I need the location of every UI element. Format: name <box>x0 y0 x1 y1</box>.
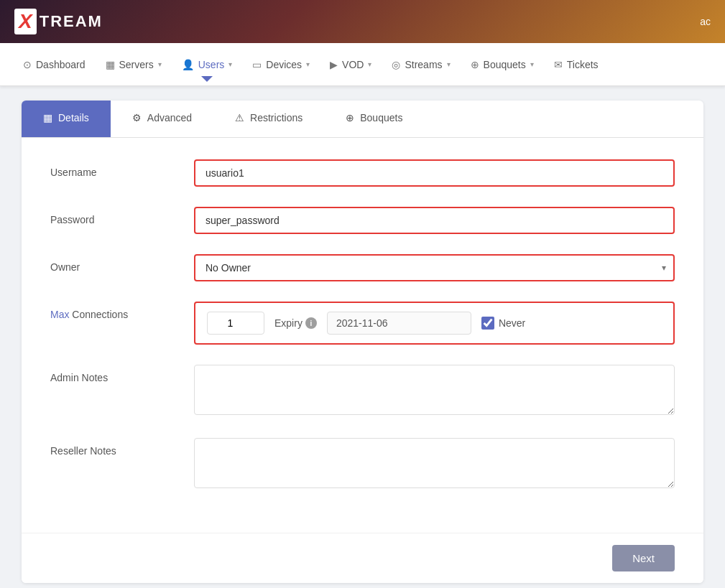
nav-streams[interactable]: ◎ Streams ▾ <box>383 53 458 76</box>
reseller-notes-textarea[interactable] <box>194 438 675 488</box>
reseller-notes-row: Reseller Notes <box>50 438 675 491</box>
reseller-notes-control <box>194 438 675 491</box>
password-control <box>194 207 675 234</box>
devices-icon: ▭ <box>252 59 262 70</box>
nav-servers-label: Servers <box>119 59 154 70</box>
details-tab-icon: ▦ <box>43 112 52 123</box>
streams-chevron-icon: ▾ <box>447 60 451 68</box>
tab-bouquets-label: Bouquets <box>360 112 402 123</box>
nav-devices-label: Devices <box>266 59 302 70</box>
nav-streams-label: Streams <box>405 59 442 70</box>
max-label-max: Max <box>50 309 69 320</box>
bouquets-tab-icon: ⊕ <box>346 112 354 123</box>
nav-bouquets-label: Bouquets <box>484 59 526 70</box>
logo[interactable]: X TREAM <box>14 9 103 34</box>
expiry-label: Expiry i <box>274 317 317 329</box>
max-connections-row: Max Connections Expiry i Never <box>50 302 675 345</box>
nav-dashboard-label: Dashboard <box>36 59 86 70</box>
advanced-tab-icon: ⚙ <box>132 112 142 123</box>
reseller-notes-label: Reseller Notes <box>50 438 194 457</box>
username-row: Username <box>50 159 675 187</box>
username-control <box>194 159 675 187</box>
owner-row: Owner No Owner Admin ▾ <box>50 254 675 281</box>
users-chevron-icon: ▾ <box>228 60 232 68</box>
form-tabs: ▦ Details ⚙ Advanced ⚠ Restrictions ⊕ Bo… <box>22 101 703 138</box>
max-connections-control: Expiry i Never <box>194 302 675 345</box>
restrictions-tab-icon: ⚠ <box>235 112 244 123</box>
connections-inner-wrap: Expiry i Never <box>194 302 675 345</box>
servers-chevron-icon: ▾ <box>158 60 162 68</box>
tickets-icon: ✉ <box>554 59 563 70</box>
password-row: Password <box>50 207 675 234</box>
nav-vod-label: VOD <box>342 59 364 70</box>
logo-x-letter: X <box>14 9 37 34</box>
owner-control: No Owner Admin ▾ <box>194 254 675 281</box>
nav-servers[interactable]: ▦ Servers ▾ <box>97 53 170 76</box>
vod-icon: ▶ <box>330 59 338 70</box>
max-connections-input[interactable] <box>207 312 264 335</box>
users-icon: 👤 <box>182 59 194 70</box>
nav-vod[interactable]: ▶ VOD ▾ <box>321 53 380 76</box>
admin-notes-textarea[interactable] <box>194 365 675 415</box>
admin-notes-control <box>194 365 675 418</box>
tab-restrictions-label: Restrictions <box>250 112 303 123</box>
form-body: Username Password Owner No Owner <box>22 138 703 533</box>
bouquets-icon: ⊕ <box>471 59 479 70</box>
password-input[interactable] <box>194 207 675 234</box>
never-label[interactable]: Never <box>499 317 525 329</box>
nav-tickets[interactable]: ✉ Tickets <box>545 53 607 76</box>
owner-select-wrap: No Owner Admin ▾ <box>194 254 675 281</box>
user-form-card: ▦ Details ⚙ Advanced ⚠ Restrictions ⊕ Bo… <box>22 101 703 583</box>
main-content: ▦ Details ⚙ Advanced ⚠ Restrictions ⊕ Bo… <box>0 86 725 588</box>
nav-users[interactable]: 👤 Users ▾ <box>173 53 241 76</box>
never-wrap: Never <box>481 317 525 330</box>
expiry-text: Expiry <box>274 317 303 329</box>
bouquets-chevron-icon: ▾ <box>530 60 534 68</box>
nav-users-label: Users <box>198 59 225 70</box>
owner-label: Owner <box>50 254 194 273</box>
password-label: Password <box>50 207 194 225</box>
servers-icon: ▦ <box>106 59 115 70</box>
vod-chevron-icon: ▾ <box>368 60 371 68</box>
tab-advanced-label: Advanced <box>147 112 192 123</box>
navbar: ⊙ Dashboard ▦ Servers ▾ 👤 Users ▾ ▭ Devi… <box>0 43 725 86</box>
logo-tream-text: TREAM <box>40 12 103 31</box>
tab-details-label: Details <box>58 112 89 123</box>
username-label: Username <box>50 159 194 178</box>
card-footer: Next <box>22 533 703 583</box>
max-label-connections: Connections <box>72 309 128 320</box>
admin-notes-label: Admin Notes <box>50 365 194 383</box>
nav-bouquets[interactable]: ⊕ Bouquets ▾ <box>462 53 542 76</box>
tab-details[interactable]: ▦ Details <box>22 101 111 137</box>
owner-select[interactable]: No Owner Admin <box>194 254 675 281</box>
admin-notes-row: Admin Notes <box>50 365 675 418</box>
nav-devices[interactable]: ▭ Devices ▾ <box>244 53 318 76</box>
header-user: ac <box>700 16 711 27</box>
nav-tickets-label: Tickets <box>567 59 599 70</box>
expiry-date-input[interactable] <box>327 312 471 335</box>
dashboard-icon: ⊙ <box>23 59 32 70</box>
tab-advanced[interactable]: ⚙ Advanced <box>111 101 213 137</box>
never-checkbox[interactable] <box>481 317 494 330</box>
tab-bouquets[interactable]: ⊕ Bouquets <box>324 101 424 137</box>
nav-dashboard[interactable]: ⊙ Dashboard <box>14 53 94 76</box>
header: X TREAM ac <box>0 0 725 43</box>
max-connections-label: Max Connections <box>50 302 194 320</box>
next-button[interactable]: Next <box>612 545 675 571</box>
username-input[interactable] <box>194 159 675 187</box>
streams-icon: ◎ <box>392 59 400 70</box>
devices-chevron-icon: ▾ <box>306 60 310 68</box>
expiry-info-icon[interactable]: i <box>305 317 317 329</box>
tab-restrictions[interactable]: ⚠ Restrictions <box>213 101 324 137</box>
